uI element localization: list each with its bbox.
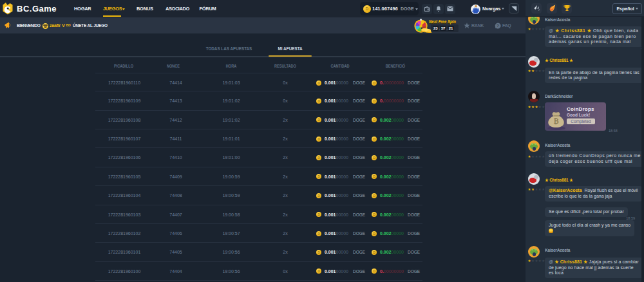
svg-text:?: ? xyxy=(497,24,498,28)
svg-text:₿: ₿ xyxy=(553,118,558,125)
